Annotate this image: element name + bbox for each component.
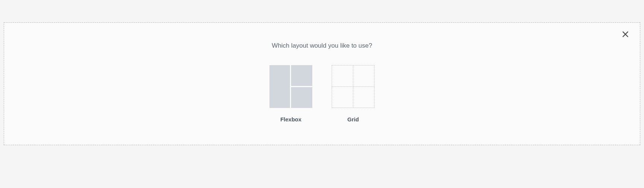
close-icon <box>621 30 629 40</box>
grid-option[interactable]: Grid <box>332 65 375 122</box>
close-button[interactable] <box>621 30 629 40</box>
layout-chooser-panel: Which layout would you like to use? Flex… <box>4 22 640 145</box>
flexbox-option[interactable]: Flexbox <box>269 65 312 122</box>
prompt-text: Which layout would you like to use? <box>4 42 640 50</box>
grid-icon <box>332 65 375 108</box>
flexbox-icon <box>269 65 312 108</box>
grid-label: Grid <box>347 116 359 122</box>
layout-options: Flexbox Grid <box>4 65 640 122</box>
flexbox-label: Flexbox <box>280 116 302 122</box>
